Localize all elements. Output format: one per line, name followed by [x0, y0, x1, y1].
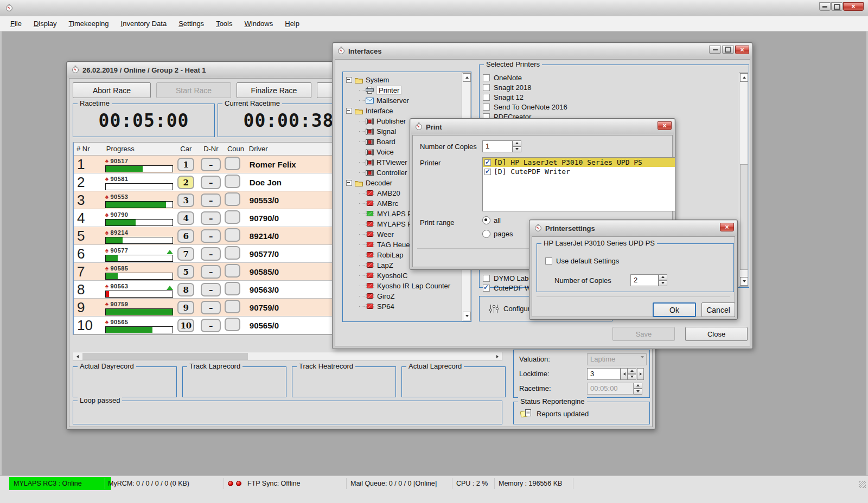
racetime-spinner[interactable] — [634, 383, 642, 395]
dnr-box[interactable]: – — [201, 319, 221, 332]
menu-item-help[interactable]: Help — [279, 17, 305, 30]
car-number-box[interactable]: 5 — [177, 265, 194, 279]
close-button[interactable]: Close — [685, 327, 748, 341]
locktime-input[interactable]: 3 — [587, 368, 621, 380]
tree-item-giroz[interactable]: GiroZ — [344, 291, 461, 301]
valuation-dropdown[interactable]: Laptime — [587, 353, 647, 365]
printer-checkbox-item[interactable]: DYMO Label — [480, 273, 534, 283]
printer-checkbox-item[interactable]: Snagit 12 — [480, 92, 567, 102]
scroll-up-icon[interactable] — [463, 73, 471, 82]
interfaces-titlebar[interactable]: Interfaces — [333, 43, 752, 59]
locktime-decrement-button[interactable] — [621, 368, 628, 380]
car-number-box[interactable]: 9 — [177, 301, 194, 314]
abort-race-button[interactable]: Abort Race — [73, 82, 151, 98]
print-dialog-close-button[interactable]: × — [658, 121, 672, 130]
country-box[interactable] — [225, 228, 240, 242]
dnr-box[interactable]: – — [201, 194, 221, 207]
printer-checkbox-item[interactable]: Send To OneNote 2016 — [480, 102, 567, 112]
printer-checkbox-item[interactable]: OneNote — [480, 73, 567, 82]
checkbox-icon[interactable] — [484, 159, 491, 166]
checkbox-icon[interactable] — [483, 104, 490, 111]
column-header-car[interactable]: Car — [177, 145, 201, 153]
cancel-button[interactable]: Cancel — [701, 302, 735, 317]
printer-list-item[interactable]: [D] CutePDF Writer — [483, 167, 675, 176]
car-number-box[interactable]: 7 — [177, 247, 194, 261]
print-dialog-titlebar[interactable]: Print — [411, 119, 674, 134]
table-horizontal-scrollbar[interactable] — [73, 352, 502, 361]
start-race-button[interactable]: Start Race — [156, 82, 231, 98]
locktime-spinner[interactable] — [628, 368, 636, 380]
dnr-box[interactable]: – — [201, 176, 221, 189]
country-box[interactable] — [225, 264, 240, 278]
scroll-right-icon[interactable] — [493, 352, 502, 360]
tree-item-kyosho-ir-lap-counter[interactable]: Kyosho IR Lap Counter — [344, 281, 461, 291]
menu-item-display[interactable]: Display — [28, 17, 63, 30]
finalize-race-button[interactable]: Finalize Race — [237, 82, 311, 98]
menu-item-file[interactable]: File — [4, 17, 28, 30]
car-number-box[interactable]: 4 — [177, 211, 194, 225]
scrollbar-thumb[interactable] — [740, 164, 748, 270]
checkbox-icon[interactable] — [483, 275, 490, 282]
checkbox-icon[interactable] — [483, 285, 490, 292]
print-range-option-pages[interactable]: pages — [482, 230, 513, 238]
country-box[interactable] — [225, 318, 240, 331]
menu-item-windows[interactable]: Windows — [238, 17, 279, 30]
printersettings-close-button[interactable]: × — [720, 223, 734, 231]
dnr-box[interactable]: – — [201, 211, 221, 225]
dnr-box[interactable]: – — [201, 247, 221, 261]
dnr-box[interactable]: – — [201, 158, 221, 171]
tree-node-system[interactable]: System — [344, 75, 461, 85]
interfaces-minimize-button[interactable] — [709, 46, 721, 54]
country-box[interactable] — [225, 157, 240, 170]
ok-button[interactable]: Ok — [653, 302, 696, 317]
car-number-box[interactable]: 1 — [177, 158, 194, 171]
tree-item-printer[interactable]: Printer — [344, 85, 461, 95]
ps-copies-spinner[interactable] — [659, 274, 667, 286]
country-box[interactable] — [225, 246, 240, 260]
country-box[interactable] — [225, 192, 240, 206]
car-number-box[interactable]: 10 — [177, 319, 194, 332]
menu-item-inventory-data[interactable]: Inventory Data — [115, 17, 173, 30]
scroll-left-icon[interactable] — [73, 352, 82, 360]
checkbox-icon[interactable] — [545, 257, 552, 265]
resize-grip[interactable] — [859, 481, 866, 488]
tree-item-kyoshoic[interactable]: KyoshoIC — [344, 270, 461, 281]
checkbox-icon[interactable] — [483, 74, 490, 81]
column-header-coun[interactable]: Coun — [225, 145, 246, 153]
car-number-box[interactable]: 8 — [177, 283, 194, 296]
tree-expander-icon[interactable] — [346, 180, 352, 186]
save-button[interactable]: Save — [612, 327, 675, 341]
radio-icon[interactable] — [482, 230, 490, 238]
country-box[interactable] — [225, 282, 240, 295]
print-range-option-all[interactable]: all — [482, 216, 501, 224]
dnr-box[interactable]: – — [201, 283, 221, 296]
radio-icon[interactable] — [482, 216, 490, 224]
printer-list-item[interactable]: [D] HP LaserJet P3010 Series UPD PS — [483, 158, 675, 167]
window-maximize-button[interactable] — [831, 2, 843, 11]
locktime-increment-button[interactable] — [637, 368, 644, 380]
window-close-button[interactable]: × — [843, 2, 864, 11]
scroll-up-icon[interactable] — [740, 73, 748, 82]
column-header-d-nr[interactable]: D-Nr — [201, 145, 225, 153]
racetime-input[interactable]: 00:05:00 — [587, 383, 634, 395]
column-header-nr[interactable]: # Nr — [74, 145, 104, 153]
country-box[interactable] — [225, 175, 240, 188]
car-number-box[interactable]: 2 — [177, 176, 194, 189]
country-box[interactable] — [225, 300, 240, 313]
car-number-box[interactable]: 3 — [177, 194, 194, 207]
copies-input[interactable]: 1 — [482, 140, 513, 152]
menu-item-timekeeping[interactable]: Timekeeping — [63, 17, 115, 30]
tree-expander-icon[interactable] — [346, 77, 352, 83]
country-box[interactable] — [225, 210, 240, 224]
checkbox-icon[interactable] — [483, 94, 490, 101]
scroll-down-icon[interactable] — [740, 277, 748, 286]
dnr-box[interactable]: – — [201, 229, 221, 243]
checkbox-icon[interactable] — [483, 84, 490, 91]
interfaces-maximize-button[interactable] — [722, 46, 734, 54]
tree-item-sp64[interactable]: SP64 — [344, 301, 461, 312]
use-default-settings-checkbox[interactable]: Use default Settings — [545, 257, 619, 265]
copies-spinner[interactable] — [513, 140, 521, 152]
interfaces-close-button[interactable]: × — [735, 46, 749, 54]
checkbox-icon[interactable] — [484, 169, 491, 175]
printers-scrollbar[interactable] — [739, 72, 748, 287]
